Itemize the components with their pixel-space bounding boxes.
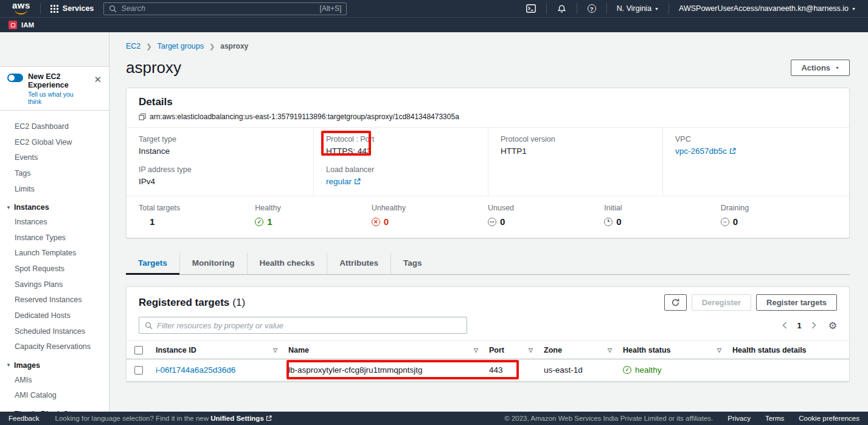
privacy-link[interactable]: Privacy (727, 415, 751, 422)
unused-label: Unused (488, 204, 604, 212)
total-targets-label: Total targets (139, 204, 255, 212)
aws-logo[interactable]: aws (6, 1, 36, 15)
divider (668, 3, 669, 14)
details-card: Details arn:aws:elasticloadbalancing:us-… (126, 88, 850, 238)
sidebar-item-reserved-instances[interactable]: Reserved Instances (0, 292, 109, 308)
sidebar-item-spot-requests[interactable]: Spot Requests (0, 261, 109, 277)
sidebar-item-ec2-global-view[interactable]: EC2 Global View (0, 135, 109, 151)
initial-clock-icon (604, 218, 613, 226)
cloudshell-icon[interactable] (519, 4, 543, 13)
table-settings-gear-icon[interactable]: ⚙ (828, 320, 837, 331)
sidebar-item-events[interactable]: Events (0, 150, 109, 166)
page-number[interactable]: 1 (796, 321, 802, 330)
services-grid-icon (50, 5, 58, 13)
sidebar-item-dedicated-hosts[interactable]: Dedicated Hosts (0, 308, 109, 324)
sidebar-item-instances[interactable]: Instances (0, 215, 109, 230)
search-shortcut: [Alt+S] (320, 4, 342, 13)
sidebar-item-instance-types[interactable]: Instance Types (0, 230, 109, 246)
feedback-link[interactable]: Feedback (9, 415, 40, 422)
iam-favorite-link[interactable]: IAM (21, 21, 34, 29)
details-title: Details (139, 96, 837, 108)
row-checkbox[interactable] (134, 366, 143, 375)
sidebar-section-images[interactable]: ▼ Images (0, 355, 109, 373)
vpc-link[interactable]: vpc-2657db5c (675, 147, 736, 156)
sort-icon[interactable]: ▽ (717, 347, 721, 353)
sort-icon[interactable]: ▽ (273, 347, 277, 353)
actions-button[interactable]: Actions ▼ (791, 60, 850, 76)
sidebar-item-amis[interactable]: AMIs (0, 373, 109, 389)
health-status-cell: ✓ healthy (618, 365, 727, 375)
help-icon[interactable]: ? (581, 4, 603, 13)
breadcrumb: EC2 ❯ Target groups ❯ asproxy (126, 42, 850, 50)
deregister-button[interactable]: Deregister (692, 294, 751, 311)
terms-link[interactable]: Terms (765, 415, 784, 422)
column-label: Port (489, 346, 504, 354)
tab-monitoring[interactable]: Monitoring (179, 253, 247, 274)
sidebar-item-savings-plans[interactable]: Savings Plans (0, 277, 109, 293)
register-targets-button[interactable]: Register targets (756, 294, 837, 311)
initial-label: Initial (604, 204, 720, 212)
column-header-health-status[interactable]: Health status ▽ (618, 341, 727, 359)
experience-feedback-link[interactable]: Tell us what you think (28, 91, 88, 105)
cookie-preferences-link[interactable]: Cookie preferences (799, 415, 859, 422)
sidebar-item-ami-catalog[interactable]: AMI Catalog (0, 388, 109, 404)
load-balancer-label: Load balancer (326, 165, 488, 174)
sidebar-section-label: Images (14, 361, 40, 370)
sidebar-item-tags[interactable]: Tags (0, 166, 109, 182)
select-all-header[interactable] (127, 341, 151, 359)
load-balancer-link[interactable]: regular (326, 177, 361, 186)
global-search[interactable]: [Alt+S] (103, 2, 347, 15)
main-content: EC2 ❯ Target groups ❯ asproxy asproxy Ac… (109, 32, 868, 412)
account-menu[interactable]: AWSPowerUserAccess/navaneeth.kn@harness.… (673, 4, 862, 13)
tab-targets[interactable]: Targets (126, 253, 179, 274)
previous-page-icon[interactable] (782, 322, 787, 329)
column-header-zone[interactable]: Zone ▽ (539, 341, 618, 359)
breadcrumb-target-groups[interactable]: Target groups (158, 42, 204, 50)
filter-input[interactable] (157, 321, 461, 330)
instance-id-link[interactable]: i-06f1744a6a25d36d6 (156, 365, 235, 375)
tab-health-checks[interactable]: Health checks (247, 253, 327, 274)
vpc-value: vpc-2657db5c (675, 147, 727, 156)
services-menu[interactable]: Services (44, 0, 100, 17)
healthy-check-icon: ✓ (255, 218, 263, 226)
column-header-port[interactable]: Port ▽ (484, 341, 539, 359)
healthy-check-icon: ✓ (623, 366, 631, 374)
draining-minus-icon: − (721, 218, 729, 226)
services-label: Services (63, 4, 94, 13)
target-zone-cell: us-east-1d (539, 365, 618, 375)
sidebar-item-ec2-dashboard[interactable]: EC2 Dashboard (0, 119, 109, 135)
page-title: asproxy (126, 58, 181, 77)
tab-attributes[interactable]: Attributes (327, 253, 391, 274)
sidebar-item-capacity-reservations[interactable]: Capacity Reservations (0, 339, 109, 355)
sidebar-section-instances[interactable]: ▼ Instances (0, 197, 109, 215)
sidebar-item-scheduled-instances[interactable]: Scheduled Instances (0, 324, 109, 340)
select-all-checkbox[interactable] (134, 346, 143, 354)
divider (577, 3, 577, 14)
experience-toggle[interactable] (7, 74, 23, 82)
breadcrumb-ec2[interactable]: EC2 (126, 42, 141, 50)
next-page-icon[interactable] (811, 322, 816, 329)
healthy-value: 1 (267, 216, 272, 227)
divider (40, 3, 41, 14)
column-header-instance-id[interactable]: Instance ID ▽ (151, 341, 283, 359)
experience-toggle-label: New EC2 Experience (28, 72, 88, 89)
refresh-button[interactable] (664, 294, 687, 311)
target-health-stats: Total targets 1 Healthy ✓ 1 Unhealthy ✕ … (127, 196, 849, 238)
unified-settings-link[interactable]: Unified Settings (210, 415, 264, 422)
chevron-down-icon: ▼ (6, 362, 11, 368)
column-header-name[interactable]: Name ▽ (283, 341, 484, 359)
tab-tags[interactable]: Tags (391, 253, 434, 274)
total-targets-value: 1 (150, 216, 155, 227)
region-selector[interactable]: N. Virginia ▼ (611, 4, 665, 13)
close-icon[interactable]: ✕ (92, 75, 103, 84)
sidebar-item-limits[interactable]: Limits (0, 182, 109, 198)
sort-icon[interactable]: ▽ (608, 347, 612, 353)
notifications-bell-icon[interactable] (550, 4, 573, 13)
search-input[interactable] (121, 4, 315, 13)
sort-icon[interactable]: ▽ (529, 347, 533, 353)
copy-icon[interactable] (139, 113, 146, 120)
favorites-bar: IAM (0, 17, 868, 32)
sort-icon[interactable]: ▽ (474, 347, 478, 353)
sidebar-item-launch-templates[interactable]: Launch Templates (0, 246, 109, 261)
sidebar-section-elastic-block-store[interactable]: ▼ Elastic Block Store (0, 404, 109, 412)
